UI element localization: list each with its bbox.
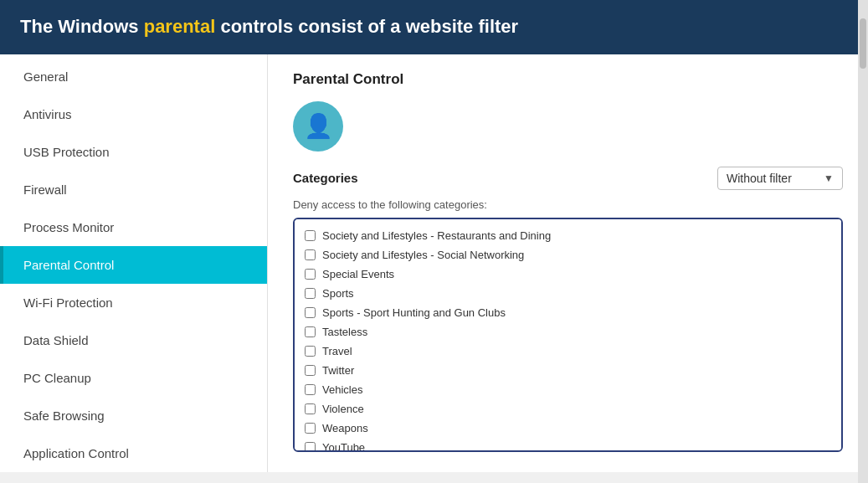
category-label: Tasteless [322, 326, 367, 338]
list-item: Society and Lifestyles - Social Networki… [295, 245, 841, 265]
categories-label: Categories [293, 171, 358, 185]
category-label: YouTube [322, 441, 365, 452]
list-item: Sports [295, 284, 841, 303]
scrollbar-thumb[interactable] [860, 18, 866, 69]
main-container: General Antivirus USB Protection Firewal… [0, 54, 868, 472]
category-checkbox-weapons[interactable] [305, 423, 316, 434]
category-checkbox-violence[interactable] [305, 403, 316, 414]
banner-highlight: parental [144, 16, 216, 37]
category-label: Travel [322, 345, 352, 357]
content-area: Parental Control 👤 Categories Without fi… [268, 54, 868, 472]
category-label: Sports - Sport Hunting and Gun Clubs [322, 306, 506, 319]
list-item: Twitter [295, 361, 841, 380]
sidebar-item-wifi-protection[interactable]: Wi-Fi Protection [0, 284, 267, 321]
filter-dropdown[interactable]: Without filter ▼ [717, 167, 843, 190]
scrollbar[interactable] [858, 0, 868, 483]
user-icon: 👤 [304, 112, 333, 140]
sidebar-item-application-control[interactable]: Application Control [0, 434, 267, 472]
category-checkbox-sports[interactable] [305, 288, 316, 299]
banner-text: The Windows parental controls consist of… [20, 15, 518, 39]
category-label: Sports [322, 287, 354, 300]
sidebar-item-pc-cleanup[interactable]: PC Cleanup [0, 359, 267, 397]
list-item: Travel [295, 342, 841, 361]
category-checkbox-special-events[interactable] [305, 269, 316, 280]
avatar-container: 👤 [293, 101, 843, 152]
category-checkbox-vehicles[interactable] [305, 384, 316, 395]
sidebar-item-usb-protection[interactable]: USB Protection [0, 133, 267, 171]
list-item: Society and Lifestyles - Restaurants and… [295, 226, 841, 245]
list-item: Sports - Sport Hunting and Gun Clubs [295, 303, 841, 322]
category-checkbox-travel[interactable] [305, 346, 316, 357]
category-checkbox-youtube[interactable] [305, 442, 316, 452]
sidebar-item-antivirus[interactable]: Antivirus [0, 95, 267, 133]
filter-label: Without filter [727, 172, 792, 185]
sidebar-item-data-shield[interactable]: Data Shield [0, 321, 267, 359]
list-item: Weapons [295, 419, 841, 438]
deny-access-text: Deny access to the following categories: [293, 198, 843, 211]
category-checkbox-twitter[interactable] [305, 365, 316, 376]
sidebar-item-safe-browsing[interactable]: Safe Browsing [0, 397, 267, 434]
list-item: Violence [295, 399, 841, 419]
category-checkbox-sports-hunting[interactable] [305, 307, 316, 318]
sidebar-item-firewall[interactable]: Firewall [0, 171, 267, 208]
sidebar: General Antivirus USB Protection Firewal… [0, 54, 268, 472]
category-checkbox-society-social[interactable] [305, 249, 316, 260]
sidebar-item-process-monitor[interactable]: Process Monitor [0, 208, 267, 246]
sidebar-item-general[interactable]: General [0, 58, 267, 95]
category-label: Violence [322, 403, 364, 415]
category-checkbox-tasteless[interactable] [305, 326, 316, 337]
category-label: Society and Lifestyles - Restaurants and… [322, 229, 551, 242]
list-item: Tasteless [295, 322, 841, 342]
list-item: Special Events [295, 265, 841, 284]
page-title: Parental Control [293, 71, 843, 88]
category-label: Vehicles [322, 383, 362, 396]
sidebar-item-parental-control[interactable]: Parental Control [0, 246, 267, 284]
categories-list: Society and Lifestyles - Restaurants and… [293, 218, 843, 452]
categories-header: Categories Without filter ▼ [293, 167, 843, 190]
category-label: Weapons [322, 422, 368, 434]
list-item: Vehicles [295, 380, 841, 399]
chevron-down-icon: ▼ [824, 172, 834, 184]
category-checkbox-society-restaurants[interactable] [305, 230, 316, 241]
category-label: Special Events [322, 268, 394, 280]
category-label: Twitter [322, 364, 354, 377]
banner: The Windows parental controls consist of… [0, 0, 868, 54]
list-item: YouTube [295, 438, 841, 452]
category-label: Society and Lifestyles - Social Networki… [322, 249, 524, 261]
avatar: 👤 [293, 101, 343, 152]
